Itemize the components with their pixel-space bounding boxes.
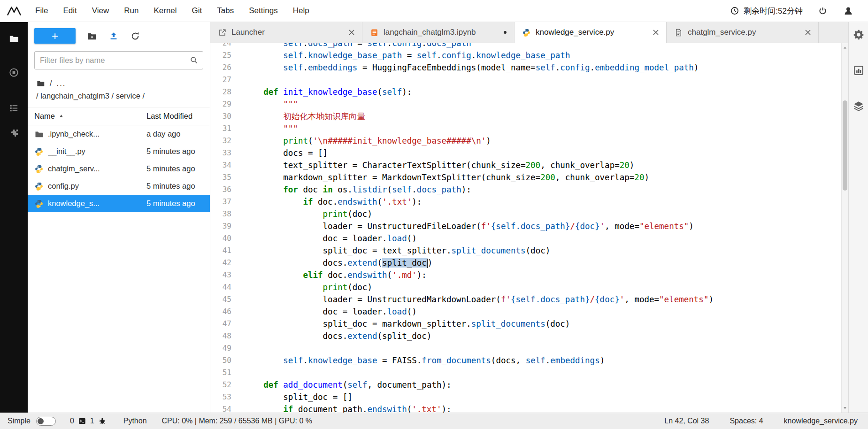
editor-scrollbar[interactable] — [841, 43, 848, 413]
line-number: 39 — [210, 220, 240, 232]
code-line[interactable]: 43 elif doc.endswith('.md'): — [210, 269, 841, 281]
menu-item-tabs[interactable]: Tabs — [209, 0, 241, 22]
code-line[interactable]: 28 def init_knowledge_base(self): — [210, 86, 841, 98]
file-row[interactable]: config.py5 minutes ago — [28, 177, 210, 195]
simple-mode-toggle[interactable] — [36, 417, 56, 426]
usage-monitor-button[interactable] — [853, 64, 865, 77]
code-line[interactable]: 26 self.embeddings = HuggingFaceEmbeddin… — [210, 61, 841, 74]
code-line[interactable]: 47 split_doc = markdown_splitter.split_d… — [210, 318, 841, 330]
column-header-modified[interactable]: Last Modified — [146, 112, 203, 121]
file-browser-button[interactable] — [0, 26, 28, 51]
line-number: 24 — [210, 43, 240, 49]
code-line[interactable]: 54 if document_path.endswith('.txt'): — [210, 403, 841, 413]
refresh-button[interactable] — [130, 31, 140, 41]
menu-item-run[interactable]: Run — [116, 0, 146, 22]
breadcrumb-ellipsis[interactable]: ... — [57, 79, 66, 88]
menu-item-settings[interactable]: Settings — [241, 0, 285, 22]
unsaved-changes-icon[interactable] — [502, 29, 508, 36]
cursor-position[interactable]: Ln 42, Col 38 — [664, 417, 709, 425]
breadcrumb-root[interactable]: / — [50, 79, 52, 88]
file-name: .ipynb_check... — [48, 130, 146, 138]
line-number: 31 — [210, 123, 240, 135]
menu-item-file[interactable]: File — [28, 0, 55, 22]
menu-item-git[interactable]: Git — [184, 0, 210, 22]
line-number: 42 — [210, 257, 240, 269]
code-line[interactable]: 39 loader = UnstructuredFileLoader(f'{se… — [210, 220, 841, 232]
app-logo[interactable] — [0, 0, 28, 22]
close-tab-icon[interactable] — [803, 28, 813, 37]
tab-knowledge-service-py[interactable]: knowledge_service.py — [515, 22, 667, 43]
filter-files-input[interactable] — [34, 51, 203, 69]
code-line[interactable]: 46 doc = loader.load() — [210, 306, 841, 318]
code-line[interactable]: 31 """ — [210, 123, 841, 135]
file-modified: a day ago — [146, 130, 203, 138]
scroll-up-icon[interactable] — [842, 45, 848, 51]
file-browser-toolbar: + — [28, 22, 210, 46]
running-sessions-button[interactable] — [0, 60, 28, 85]
scrollbar-thumb[interactable] — [843, 100, 847, 191]
code-line[interactable]: 32 print('\n#####init_knowledge_base####… — [210, 135, 841, 147]
code-line[interactable]: 38 print(doc) — [210, 208, 841, 220]
table-of-contents-button[interactable] — [0, 95, 28, 121]
tab-label: Launcher — [231, 28, 343, 37]
code-line[interactable]: 51 — [210, 367, 841, 379]
file-modified: 5 minutes ago — [146, 182, 203, 191]
code-line[interactable]: 36 for doc in os.listdir(self.docs_path)… — [210, 184, 841, 196]
file-row[interactable]: .ipynb_check...a day ago — [28, 125, 210, 143]
file-modified: 5 minutes ago — [146, 199, 203, 208]
code-line[interactable]: 49 — [210, 342, 841, 354]
file-row[interactable]: chatglm_serv...5 minutes ago — [28, 160, 210, 177]
code-editor[interactable]: 24 self.docs_path = self.config.docs_pat… — [210, 43, 848, 413]
line-number: 50 — [210, 354, 240, 367]
list-icon — [8, 103, 19, 114]
column-header-name[interactable]: Name — [34, 112, 146, 121]
code-line[interactable]: 45 loader = UnstructuredMarkdownLoader(f… — [210, 293, 841, 306]
tab-langchain-chatglm3-ipynb[interactable]: langchain_chatglm3.ipynb — [362, 22, 515, 43]
stack-panel-button[interactable] — [853, 100, 865, 112]
scroll-down-icon[interactable] — [842, 405, 848, 411]
code-line[interactable]: 52 def add_document(self, document_path)… — [210, 379, 841, 391]
terminal-count: 0 — [70, 417, 74, 425]
code-line[interactable]: 33 docs = [] — [210, 147, 841, 159]
kernel-count: 1 — [90, 417, 94, 425]
user-icon[interactable] — [843, 5, 854, 16]
code-line[interactable]: 53 split_doc = [] — [210, 391, 841, 403]
code-line[interactable]: 34 text_splitter = CharacterTextSplitter… — [210, 159, 841, 171]
code-line[interactable]: 29 """ — [210, 98, 841, 110]
code-line[interactable]: 24 self.docs_path = self.config.docs_pat… — [210, 43, 841, 49]
home-folder-icon[interactable] — [36, 79, 45, 88]
running-sessions-status[interactable]: 0 1 — [70, 417, 107, 425]
menu-item-kernel[interactable]: Kernel — [146, 0, 184, 22]
code-line[interactable]: 37 if doc.endswith('.txt'): — [210, 196, 841, 208]
extensions-button[interactable] — [0, 121, 28, 146]
close-tab-icon[interactable] — [651, 28, 661, 37]
new-launcher-button[interactable]: + — [34, 28, 76, 44]
code-line[interactable]: 41 split_doc = text_splitter.split_docum… — [210, 245, 841, 257]
line-number: 30 — [210, 110, 240, 123]
breadcrumb-path[interactable]: / langchain_chatglm3 / service / — [28, 89, 210, 107]
property-inspector-button[interactable] — [853, 29, 865, 41]
menu-item-view[interactable]: View — [84, 0, 117, 22]
tab-chatglm-service-py[interactable]: chatglm_service.py — [667, 22, 819, 43]
menu-item-edit[interactable]: Edit — [55, 0, 84, 22]
menu-item-help[interactable]: Help — [285, 0, 317, 22]
code-line[interactable]: 48 docs.extend(split_doc) — [210, 330, 841, 342]
close-tab-icon[interactable] — [347, 28, 356, 37]
code-line[interactable]: 42 docs.extend(split_doc) — [210, 257, 841, 269]
code-line[interactable]: 44 print(doc) — [210, 281, 841, 293]
power-icon[interactable] — [818, 6, 828, 16]
code-line[interactable]: 25 self.knowledge_base_path = self.confi… — [210, 49, 841, 61]
indent-setting[interactable]: Spaces: 4 — [730, 417, 763, 425]
tab-launcher[interactable]: Launcher — [210, 22, 362, 43]
file-row[interactable]: knowledge_s...5 minutes ago — [28, 195, 210, 212]
code-line[interactable]: 27 — [210, 74, 841, 86]
kernel-language[interactable]: Python — [123, 417, 147, 425]
code-line[interactable]: 30 初始化本地知识库向量 — [210, 110, 841, 123]
new-folder-button[interactable] — [87, 31, 97, 41]
code-line[interactable]: 50 self.knowledge_base = FAISS.from_docu… — [210, 354, 841, 367]
code-line[interactable]: 35 markdown_splitter = MarkdownTextSplit… — [210, 171, 841, 184]
tab-label: knowledge_service.py — [536, 28, 647, 37]
code-line[interactable]: 40 doc = loader.load() — [210, 232, 841, 245]
file-row[interactable]: __init__.py5 minutes ago — [28, 143, 210, 160]
upload-button[interactable] — [108, 31, 119, 41]
